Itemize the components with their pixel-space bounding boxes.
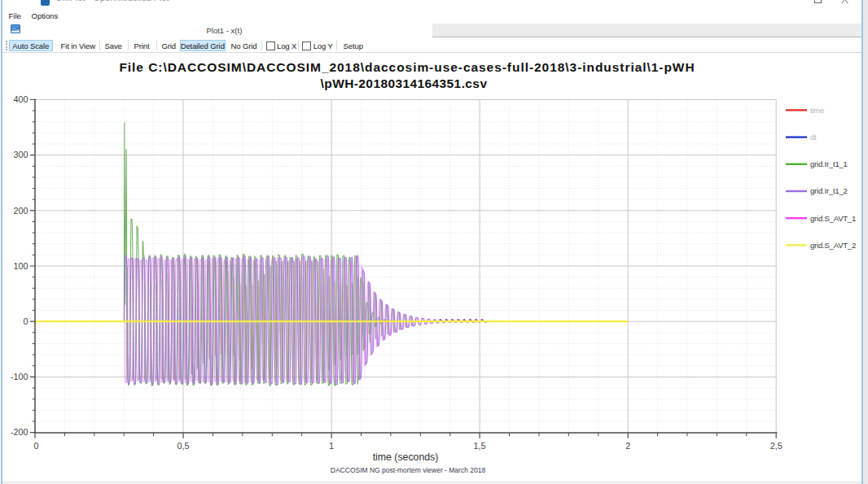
svg-text:\pWH-20180314164351.csv: \pWH-20180314164351.csv [321,76,488,90]
svg-text:grid.Ir_t1_2: grid.Ir_t1_2 [810,186,848,195]
svg-text:300: 300 [13,150,28,159]
svg-text:0: 0 [33,441,38,451]
svg-text:-200: -200 [11,427,28,437]
svg-text:time: time [810,106,824,115]
svg-text:grid.S_AVT_1: grid.S_AVT_1 [810,214,856,223]
svg-text:grid.Ir_t1_1: grid.Ir_t1_1 [810,159,848,168]
svg-text:200: 200 [13,206,28,216]
svg-text:0,5: 0,5 [177,441,189,451]
svg-text:1,5: 1,5 [474,441,486,451]
svg-text:DACCOSIM NG post-mortem viewer: DACCOSIM NG post-mortem viewer - March 2… [331,466,486,474]
svg-text:2,5: 2,5 [770,441,783,451]
svg-text:2: 2 [625,441,630,451]
svg-text:400: 400 [13,94,28,104]
svg-text:0: 0 [23,316,28,326]
svg-text:-100: -100 [11,372,28,382]
svg-text:File C:\DACCOSIM\DACCOSIM_2018: File C:\DACCOSIM\DACCOSIM_2018\daccosim-… [119,60,695,74]
svg-text:100: 100 [13,261,28,271]
svg-text:dt: dt [810,133,817,142]
svg-text:1: 1 [329,441,334,451]
svg-text:time (seconds): time (seconds) [373,451,439,463]
svg-text:grid.S_AVT_2: grid.S_AVT_2 [810,241,856,250]
